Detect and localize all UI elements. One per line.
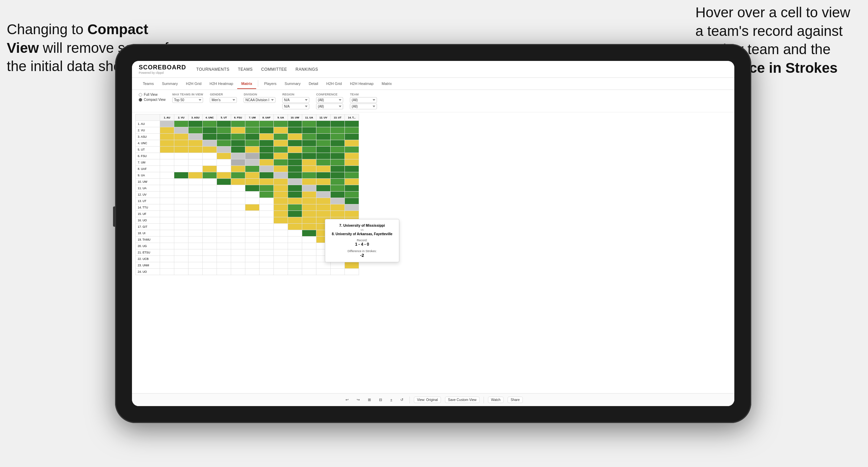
matrix-cell[interactable] (288, 153, 302, 159)
matrix-cell[interactable] (174, 237, 188, 243)
matrix-cell[interactable] (188, 204, 203, 211)
table-row[interactable]: 12. UV (136, 192, 359, 198)
matrix-cell[interactable] (302, 159, 316, 166)
matrix-cell[interactable] (260, 159, 274, 166)
matrix-cell[interactable] (203, 121, 217, 127)
matrix-cell[interactable] (260, 179, 274, 185)
matrix-cell[interactable] (174, 159, 188, 166)
matrix-cell[interactable] (174, 211, 188, 217)
matrix-cell[interactable] (331, 140, 345, 147)
matrix-cell[interactable] (288, 172, 302, 179)
filter-gender-select[interactable]: Men's (210, 97, 237, 103)
matrix-cell[interactable] (345, 269, 359, 275)
matrix-cell[interactable] (245, 269, 260, 275)
matrix-cell[interactable] (217, 217, 231, 224)
matrix-cell[interactable] (160, 127, 174, 134)
matrix-cell[interactable] (288, 134, 302, 140)
matrix-cell[interactable] (231, 153, 245, 159)
matrix-cell[interactable] (302, 147, 316, 153)
matrix-cell[interactable] (245, 217, 260, 224)
matrix-cell[interactable] (217, 127, 231, 134)
matrix-cell[interactable] (217, 121, 231, 127)
matrix-cell[interactable] (288, 224, 302, 230)
matrix-cell[interactable] (245, 185, 260, 192)
filter-team-select1[interactable]: (All) (350, 97, 377, 103)
matrix-cell[interactable] (316, 198, 331, 204)
matrix-cell[interactable] (245, 153, 260, 159)
matrix-cell[interactable] (260, 230, 274, 237)
matrix-cell[interactable] (188, 269, 203, 275)
table-row[interactable]: 10. UW (136, 179, 359, 185)
matrix-cell[interactable] (345, 179, 359, 185)
matrix-cell[interactable] (174, 185, 188, 192)
matrix-cell[interactable] (331, 121, 345, 127)
table-row[interactable]: 9. UA (136, 172, 359, 179)
matrix-cell[interactable] (174, 147, 188, 153)
matrix-cell[interactable] (274, 230, 288, 237)
filter-conference-select2[interactable]: (All) (316, 104, 343, 109)
matrix-cell[interactable] (188, 127, 203, 134)
filter-division-select[interactable]: NCAA Division I (244, 97, 275, 103)
matrix-cell[interactable] (245, 140, 260, 147)
compact-view-option[interactable]: Compact View (139, 98, 165, 102)
matrix-cell[interactable] (245, 237, 260, 243)
matrix-cell[interactable] (217, 262, 231, 269)
table-row[interactable]: 15. UF (136, 211, 359, 217)
matrix-cell[interactable] (274, 243, 288, 249)
matrix-cell[interactable] (302, 166, 316, 172)
matrix-cell[interactable] (174, 269, 188, 275)
matrix-cell[interactable] (331, 211, 345, 217)
matrix-cell[interactable] (316, 140, 331, 147)
table-row[interactable]: 1. AU (136, 121, 359, 127)
matrix-cell[interactable] (203, 269, 217, 275)
matrix-cell[interactable] (260, 217, 274, 224)
matrix-cell[interactable] (260, 243, 274, 249)
matrix-cell[interactable] (331, 127, 345, 134)
reset-button[interactable]: ± (388, 397, 394, 403)
matrix-cell[interactable] (302, 262, 316, 269)
matrix-cell[interactable] (217, 230, 231, 237)
matrix-cell[interactable] (274, 147, 288, 153)
matrix-cell[interactable] (274, 269, 288, 275)
matrix-cell[interactable] (274, 262, 288, 269)
matrix-cell[interactable] (245, 134, 260, 140)
matrix-cell[interactable] (331, 166, 345, 172)
matrix-cell[interactable] (331, 262, 345, 269)
matrix-cell[interactable] (331, 185, 345, 192)
matrix-cell[interactable] (217, 153, 231, 159)
matrix-cell[interactable] (203, 237, 217, 243)
matrix-cell[interactable] (288, 237, 302, 243)
undo-button[interactable]: ↩ (343, 397, 351, 403)
matrix-cell[interactable] (160, 224, 174, 230)
matrix-cell[interactable] (260, 269, 274, 275)
matrix-cell[interactable] (302, 269, 316, 275)
matrix-cell[interactable] (245, 127, 260, 134)
matrix-cell[interactable] (274, 224, 288, 230)
matrix-cell[interactable] (217, 140, 231, 147)
matrix-cell[interactable] (288, 179, 302, 185)
filter-conference-select1[interactable]: (All) (316, 97, 343, 103)
matrix-cell[interactable] (345, 147, 359, 153)
matrix-cell[interactable] (274, 121, 288, 127)
matrix-cell[interactable] (160, 153, 174, 159)
matrix-cell[interactable] (160, 243, 174, 249)
matrix-cell[interactable] (260, 256, 274, 262)
matrix-cell[interactable] (245, 204, 260, 211)
matrix-cell[interactable] (217, 172, 231, 179)
sub-nav-h2h-grid1[interactable]: H2H Grid (182, 79, 205, 89)
matrix-cell[interactable] (274, 256, 288, 262)
matrix-scroll[interactable]: 1. AU2. VU3. ASU4. UNC5. UT6. FSU7. UM8.… (132, 112, 734, 393)
matrix-cell[interactable] (274, 153, 288, 159)
view-original-button[interactable]: View: Original (414, 397, 441, 403)
matrix-cell[interactable] (217, 224, 231, 230)
matrix-cell[interactable] (231, 256, 245, 262)
matrix-cell[interactable] (288, 147, 302, 153)
matrix-cell[interactable] (316, 179, 331, 185)
matrix-cell[interactable] (160, 159, 174, 166)
matrix-cell[interactable] (245, 192, 260, 198)
matrix-cell[interactable] (260, 127, 274, 134)
matrix-cell[interactable] (316, 147, 331, 153)
matrix-cell[interactable] (274, 172, 288, 179)
matrix-cell[interactable] (274, 127, 288, 134)
matrix-cell[interactable] (217, 159, 231, 166)
